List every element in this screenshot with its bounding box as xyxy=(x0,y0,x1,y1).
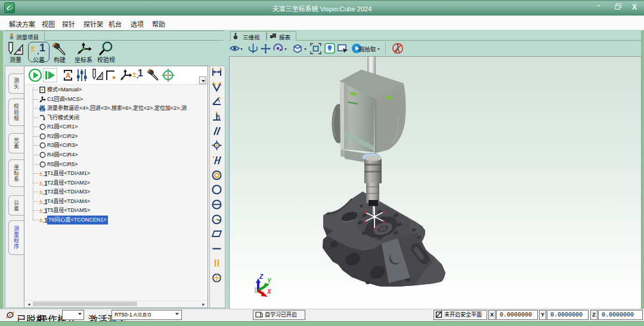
svg-text:±: ± xyxy=(39,180,42,186)
svg-text:±: ± xyxy=(39,171,42,177)
svg-text:±: ± xyxy=(39,208,42,214)
svg-text:Z: Z xyxy=(259,273,264,280)
svg-text:Y: Y xyxy=(267,278,272,284)
svg-text:±: ± xyxy=(39,199,42,205)
svg-text:±: ± xyxy=(39,217,42,223)
svg-text:±: ± xyxy=(39,189,42,195)
svg-text:A: A xyxy=(66,72,71,80)
svg-text:X: X xyxy=(267,288,272,295)
